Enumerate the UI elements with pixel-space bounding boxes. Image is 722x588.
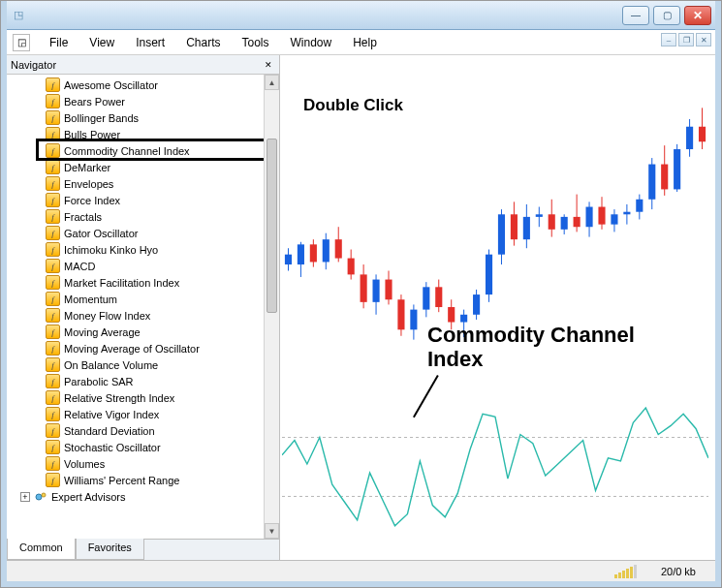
svg-point-0: [36, 494, 42, 500]
indicator-label: Gator Oscillator: [64, 228, 138, 239]
indicator-icon: f: [46, 242, 60, 257]
indicator-label: Relative Vigor Index: [64, 409, 159, 420]
menu-view[interactable]: View: [79, 33, 124, 52]
maximize-button[interactable]: ▢: [653, 6, 680, 25]
svg-rect-17: [373, 280, 380, 302]
status-bar: 20/0 kb: [7, 560, 715, 581]
indicator-label: Envelopes: [64, 178, 113, 190]
navigator-scrollbar[interactable]: ▲ ▼: [264, 75, 279, 539]
scroll-thumb[interactable]: [267, 139, 277, 313]
indicator-item[interactable]: fMoving Average of Oscillator: [15, 340, 264, 356]
chart-area[interactable]: Double Click Commodity Channel Index: [280, 55, 715, 560]
navigator-tree[interactable]: fAwesome OscillatorfBears PowerfBollinge…: [7, 75, 264, 539]
app-menu-icon[interactable]: ◲: [13, 34, 30, 51]
indicator-item[interactable]: fBulls Power: [15, 126, 264, 142]
indicator-item[interactable]: fRelative Strength Index: [15, 389, 264, 406]
menu-window[interactable]: Window: [281, 33, 342, 52]
indicator-label: Williams' Percent Range: [64, 475, 179, 486]
indicator-label: On Balance Volume: [64, 359, 158, 371]
annotation-cci-label: Commodity Channel Index: [427, 323, 635, 372]
indicator-label: Money Flow Index: [64, 310, 150, 322]
menu-file[interactable]: File: [40, 33, 78, 52]
indicator-label: Volumes: [64, 458, 105, 470]
indicator-item[interactable]: fDeMarker: [15, 159, 264, 175]
indicator-label: Force Index: [64, 195, 120, 206]
svg-rect-55: [611, 214, 617, 224]
scroll-track[interactable]: [265, 90, 279, 523]
indicator-icon: f: [46, 226, 60, 240]
svg-rect-31: [460, 315, 467, 323]
svg-rect-21: [397, 299, 404, 329]
connection-status-text: 20/0 kb: [661, 566, 696, 577]
indicator-icon: f: [46, 308, 60, 323]
svg-point-1: [42, 493, 46, 497]
minimize-button[interactable]: —: [622, 6, 649, 25]
navigator-title-bar: Navigator ✕: [7, 55, 279, 75]
indicator-label: Commodity Channel Index: [64, 145, 190, 157]
indicator-item[interactable]: fStochastic Oscillator: [15, 439, 264, 455]
indicator-item[interactable]: fMACD: [15, 258, 264, 274]
indicator-label: Moving Average: [64, 326, 141, 338]
indicator-item[interactable]: fIchimoku Kinko Hyo: [15, 241, 264, 258]
indicator-label: Relative Strength Index: [64, 392, 174, 404]
indicator-icon: f: [46, 127, 60, 141]
cci-chart: [282, 399, 708, 535]
scroll-up-button[interactable]: ▲: [265, 75, 279, 90]
indicator-label: Fractals: [64, 211, 102, 223]
close-button[interactable]: ✕: [684, 6, 711, 25]
indicator-item[interactable]: fBollinger Bands: [15, 109, 264, 126]
indicator-item[interactable]: fParabolic SAR: [15, 373, 264, 389]
indicator-item[interactable]: fMoving Average: [15, 324, 264, 340]
svg-rect-59: [636, 200, 643, 212]
indicator-item[interactable]: fMarket Facilitation Index: [15, 274, 264, 291]
indicator-item[interactable]: fOn Balance Volume: [15, 356, 264, 373]
navigator-panel: Navigator ✕ fAwesome OscillatorfBears Po…: [7, 55, 280, 560]
indicator-item[interactable]: fMomentum: [15, 291, 264, 307]
menu-help[interactable]: Help: [343, 33, 387, 52]
scroll-down-button[interactable]: ▼: [265, 523, 279, 539]
tab-favorites[interactable]: Favorites: [76, 539, 144, 560]
indicator-item[interactable]: fRelative Vigor Index: [15, 406, 264, 422]
indicator-icon: f: [46, 193, 60, 207]
indicator-icon: f: [46, 77, 60, 92]
svg-rect-5: [298, 244, 304, 264]
indicator-item[interactable]: fGator Oscillator: [15, 225, 264, 241]
svg-rect-39: [511, 214, 518, 239]
svg-rect-43: [536, 214, 543, 217]
indicator-item[interactable]: fForce Index: [15, 192, 264, 208]
indicator-item[interactable]: fStandard Deviation: [15, 422, 264, 439]
indicator-item[interactable]: fVolumes: [15, 455, 264, 472]
menu-charts[interactable]: Charts: [176, 33, 230, 52]
svg-rect-27: [435, 287, 442, 307]
expand-icon[interactable]: +: [20, 492, 30, 502]
indicator-item[interactable]: fCommodity Channel Index: [15, 142, 264, 159]
indicator-label: Bulls Power: [64, 129, 120, 140]
indicator-item[interactable]: fBears Power: [15, 93, 264, 109]
svg-rect-19: [385, 280, 392, 300]
indicator-item[interactable]: fWilliams' Percent Range: [15, 472, 264, 488]
svg-rect-41: [523, 217, 530, 239]
indicator-label: MACD: [64, 261, 95, 272]
svg-rect-25: [423, 287, 429, 309]
indicator-icon: f: [46, 160, 60, 174]
mdi-minimize-button[interactable]: –: [661, 33, 676, 46]
tab-common[interactable]: Common: [7, 539, 76, 560]
indicator-item[interactable]: fFractals: [15, 208, 264, 225]
indicator-icon: f: [46, 259, 60, 273]
indicator-label: Moving Average of Oscillator: [64, 343, 200, 355]
svg-rect-67: [686, 127, 693, 149]
expert-advisors-node[interactable]: +Expert Advisors: [15, 488, 264, 506]
mdi-close-button[interactable]: ✕: [696, 33, 711, 46]
indicator-label: Bears Power: [64, 96, 125, 108]
menu-insert[interactable]: Insert: [126, 33, 174, 52]
menu-tools[interactable]: Tools: [233, 33, 279, 52]
indicator-icon: f: [46, 473, 60, 487]
navigator-close-button[interactable]: ✕: [262, 58, 275, 72]
indicator-item[interactable]: fAwesome Oscillator: [15, 77, 264, 93]
indicator-item[interactable]: fEnvelopes: [15, 175, 264, 192]
indicator-item[interactable]: fMoney Flow Index: [15, 307, 264, 324]
menu-bar: ◲ FileViewInsertChartsToolsWindowHelp – …: [7, 30, 715, 55]
navigator-title-text: Navigator: [11, 59, 56, 71]
svg-rect-49: [574, 217, 581, 227]
mdi-restore-button[interactable]: ❐: [678, 33, 694, 46]
